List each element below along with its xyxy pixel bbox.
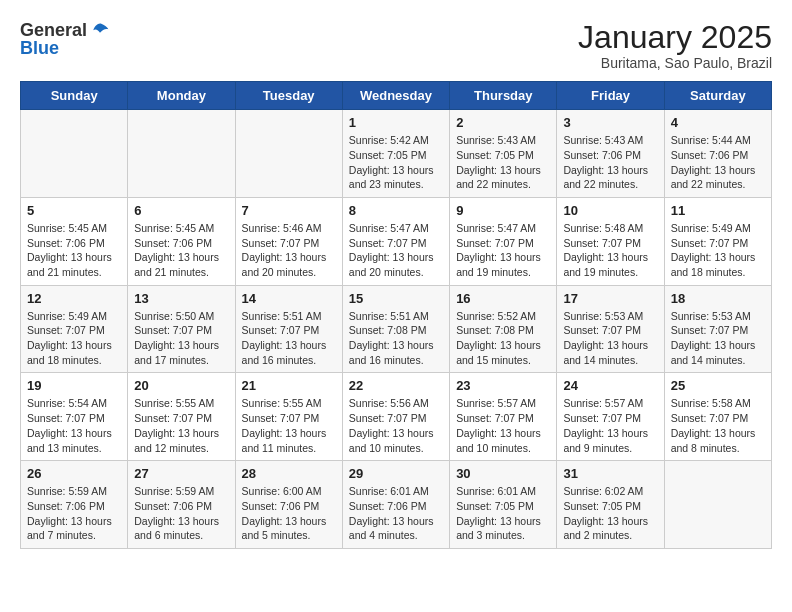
day-number: 8 [349,203,443,218]
day-number: 1 [349,115,443,130]
day-info: Sunrise: 5:54 AM Sunset: 7:07 PM Dayligh… [27,396,121,455]
calendar-cell: 26Sunrise: 5:59 AM Sunset: 7:06 PM Dayli… [21,461,128,549]
day-number: 20 [134,378,228,393]
month-title: January 2025 [578,20,772,55]
day-info: Sunrise: 5:56 AM Sunset: 7:07 PM Dayligh… [349,396,443,455]
calendar-cell: 25Sunrise: 5:58 AM Sunset: 7:07 PM Dayli… [664,373,771,461]
calendar-cell [128,110,235,198]
day-number: 26 [27,466,121,481]
day-number: 15 [349,291,443,306]
day-number: 22 [349,378,443,393]
day-number: 25 [671,378,765,393]
day-info: Sunrise: 6:01 AM Sunset: 7:06 PM Dayligh… [349,484,443,543]
day-number: 23 [456,378,550,393]
logo-bird-icon [90,21,110,41]
day-info: Sunrise: 5:51 AM Sunset: 7:08 PM Dayligh… [349,309,443,368]
calendar-cell: 11Sunrise: 5:49 AM Sunset: 7:07 PM Dayli… [664,197,771,285]
header-day-saturday: Saturday [664,82,771,110]
day-number: 6 [134,203,228,218]
header-day-sunday: Sunday [21,82,128,110]
day-number: 2 [456,115,550,130]
logo-blue: Blue [20,38,110,59]
day-info: Sunrise: 5:45 AM Sunset: 7:06 PM Dayligh… [27,221,121,280]
calendar-cell: 14Sunrise: 5:51 AM Sunset: 7:07 PM Dayli… [235,285,342,373]
calendar-cell: 15Sunrise: 5:51 AM Sunset: 7:08 PM Dayli… [342,285,449,373]
calendar-cell: 19Sunrise: 5:54 AM Sunset: 7:07 PM Dayli… [21,373,128,461]
day-info: Sunrise: 5:45 AM Sunset: 7:06 PM Dayligh… [134,221,228,280]
header-day-tuesday: Tuesday [235,82,342,110]
day-info: Sunrise: 5:59 AM Sunset: 7:06 PM Dayligh… [134,484,228,543]
week-row-2: 5Sunrise: 5:45 AM Sunset: 7:06 PM Daylig… [21,197,772,285]
day-info: Sunrise: 5:51 AM Sunset: 7:07 PM Dayligh… [242,309,336,368]
calendar-cell: 1Sunrise: 5:42 AM Sunset: 7:05 PM Daylig… [342,110,449,198]
calendar-cell: 9Sunrise: 5:47 AM Sunset: 7:07 PM Daylig… [450,197,557,285]
calendar-cell: 30Sunrise: 6:01 AM Sunset: 7:05 PM Dayli… [450,461,557,549]
header-day-monday: Monday [128,82,235,110]
calendar-cell: 13Sunrise: 5:50 AM Sunset: 7:07 PM Dayli… [128,285,235,373]
day-number: 27 [134,466,228,481]
day-info: Sunrise: 5:47 AM Sunset: 7:07 PM Dayligh… [349,221,443,280]
day-number: 14 [242,291,336,306]
page-header: General Blue January 2025 Buritama, Sao … [20,20,772,71]
day-info: Sunrise: 5:46 AM Sunset: 7:07 PM Dayligh… [242,221,336,280]
calendar-cell: 6Sunrise: 5:45 AM Sunset: 7:06 PM Daylig… [128,197,235,285]
header-day-wednesday: Wednesday [342,82,449,110]
calendar-cell: 20Sunrise: 5:55 AM Sunset: 7:07 PM Dayli… [128,373,235,461]
calendar-cell [21,110,128,198]
day-number: 5 [27,203,121,218]
calendar-cell: 2Sunrise: 5:43 AM Sunset: 7:05 PM Daylig… [450,110,557,198]
header-row: SundayMondayTuesdayWednesdayThursdayFrid… [21,82,772,110]
day-info: Sunrise: 6:01 AM Sunset: 7:05 PM Dayligh… [456,484,550,543]
week-row-5: 26Sunrise: 5:59 AM Sunset: 7:06 PM Dayli… [21,461,772,549]
day-number: 11 [671,203,765,218]
day-info: Sunrise: 5:49 AM Sunset: 7:07 PM Dayligh… [671,221,765,280]
calendar-cell: 3Sunrise: 5:43 AM Sunset: 7:06 PM Daylig… [557,110,664,198]
day-number: 24 [563,378,657,393]
day-number: 29 [349,466,443,481]
day-info: Sunrise: 5:55 AM Sunset: 7:07 PM Dayligh… [134,396,228,455]
day-info: Sunrise: 5:43 AM Sunset: 7:05 PM Dayligh… [456,133,550,192]
header-day-friday: Friday [557,82,664,110]
day-number: 17 [563,291,657,306]
day-info: Sunrise: 5:57 AM Sunset: 7:07 PM Dayligh… [456,396,550,455]
day-number: 10 [563,203,657,218]
calendar-cell: 18Sunrise: 5:53 AM Sunset: 7:07 PM Dayli… [664,285,771,373]
day-number: 7 [242,203,336,218]
calendar-cell: 5Sunrise: 5:45 AM Sunset: 7:06 PM Daylig… [21,197,128,285]
calendar-cell: 16Sunrise: 5:52 AM Sunset: 7:08 PM Dayli… [450,285,557,373]
day-number: 9 [456,203,550,218]
calendar-cell: 31Sunrise: 6:02 AM Sunset: 7:05 PM Dayli… [557,461,664,549]
day-number: 12 [27,291,121,306]
day-info: Sunrise: 5:50 AM Sunset: 7:07 PM Dayligh… [134,309,228,368]
week-row-4: 19Sunrise: 5:54 AM Sunset: 7:07 PM Dayli… [21,373,772,461]
calendar-cell [235,110,342,198]
day-info: Sunrise: 5:57 AM Sunset: 7:07 PM Dayligh… [563,396,657,455]
calendar-cell: 22Sunrise: 5:56 AM Sunset: 7:07 PM Dayli… [342,373,449,461]
day-info: Sunrise: 5:43 AM Sunset: 7:06 PM Dayligh… [563,133,657,192]
calendar-cell: 7Sunrise: 5:46 AM Sunset: 7:07 PM Daylig… [235,197,342,285]
day-info: Sunrise: 5:44 AM Sunset: 7:06 PM Dayligh… [671,133,765,192]
week-row-1: 1Sunrise: 5:42 AM Sunset: 7:05 PM Daylig… [21,110,772,198]
calendar-table: SundayMondayTuesdayWednesdayThursdayFrid… [20,81,772,549]
day-number: 31 [563,466,657,481]
calendar-cell: 4Sunrise: 5:44 AM Sunset: 7:06 PM Daylig… [664,110,771,198]
calendar-header: SundayMondayTuesdayWednesdayThursdayFrid… [21,82,772,110]
day-info: Sunrise: 5:48 AM Sunset: 7:07 PM Dayligh… [563,221,657,280]
day-number: 4 [671,115,765,130]
calendar-cell: 23Sunrise: 5:57 AM Sunset: 7:07 PM Dayli… [450,373,557,461]
day-info: Sunrise: 5:59 AM Sunset: 7:06 PM Dayligh… [27,484,121,543]
day-number: 18 [671,291,765,306]
day-number: 21 [242,378,336,393]
day-info: Sunrise: 6:02 AM Sunset: 7:05 PM Dayligh… [563,484,657,543]
calendar-cell: 10Sunrise: 5:48 AM Sunset: 7:07 PM Dayli… [557,197,664,285]
week-row-3: 12Sunrise: 5:49 AM Sunset: 7:07 PM Dayli… [21,285,772,373]
day-info: Sunrise: 5:47 AM Sunset: 7:07 PM Dayligh… [456,221,550,280]
calendar-cell: 29Sunrise: 6:01 AM Sunset: 7:06 PM Dayli… [342,461,449,549]
calendar-cell [664,461,771,549]
day-info: Sunrise: 5:49 AM Sunset: 7:07 PM Dayligh… [27,309,121,368]
calendar-cell: 12Sunrise: 5:49 AM Sunset: 7:07 PM Dayli… [21,285,128,373]
day-info: Sunrise: 6:00 AM Sunset: 7:06 PM Dayligh… [242,484,336,543]
calendar-cell: 28Sunrise: 6:00 AM Sunset: 7:06 PM Dayli… [235,461,342,549]
day-info: Sunrise: 5:52 AM Sunset: 7:08 PM Dayligh… [456,309,550,368]
logo: General Blue [20,20,110,59]
